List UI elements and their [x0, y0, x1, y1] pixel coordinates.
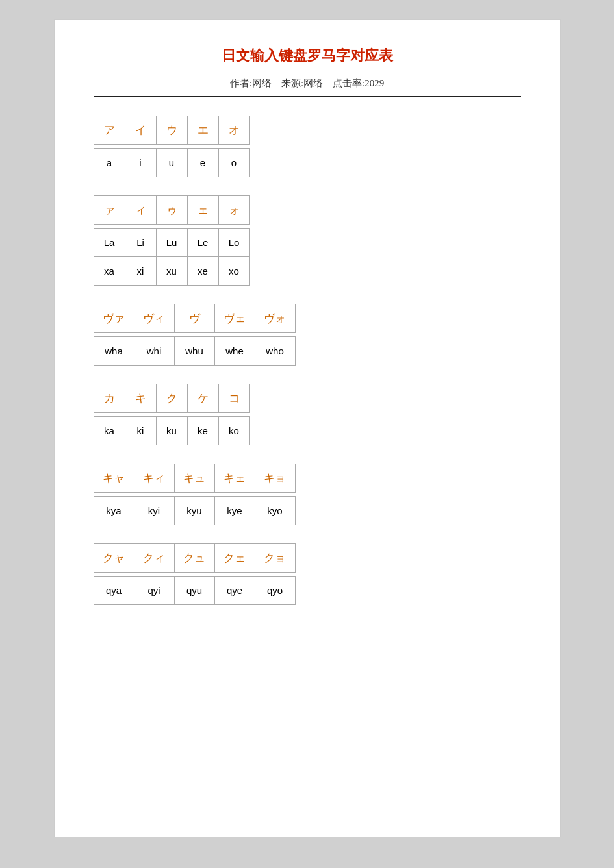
- kana-cell: コ: [218, 384, 249, 413]
- kana-table-section6: クャクィクュクェクョqyaqyiqyuqyeqyo: [94, 543, 296, 605]
- romaji-cell: Lu: [156, 229, 187, 257]
- romaji-cell: who: [255, 337, 295, 366]
- kana-cell: ケ: [187, 384, 218, 413]
- romaji-cell: i: [125, 149, 156, 177]
- romaji-cell: o: [218, 149, 249, 177]
- kana-section-section6: クャクィクュクェクョqyaqyiqyuqyeqyo: [94, 543, 521, 605]
- kana-cell: クュ: [174, 544, 214, 573]
- romaji-cell: qya: [94, 577, 134, 605]
- romaji-cell: qye: [214, 577, 255, 605]
- romaji-cell: qyi: [134, 577, 174, 605]
- kana-cell: ゥ: [156, 196, 187, 225]
- romaji-cell: whi: [134, 337, 174, 366]
- romaji-cell: Lo: [218, 229, 249, 257]
- kana-cell: キェ: [214, 464, 255, 493]
- kana-cell: ウ: [156, 116, 187, 145]
- meta-author: 作者:网络: [230, 78, 272, 88]
- kana-cell: クェ: [214, 544, 255, 573]
- kana-cell: カ: [94, 384, 125, 413]
- page-meta: 作者:网络 来源:网络 点击率:2029: [94, 77, 521, 90]
- kana-cell: ァ: [94, 196, 125, 225]
- kana-table-section3: ヴァヴィヴヴェヴォwhawhiwhuwhewho: [94, 304, 296, 366]
- page-container: 日文输入键盘罗马字对应表 作者:网络 来源:网络 点击率:2029 アイウエオa…: [54, 19, 561, 837]
- romaji-cell: e: [187, 149, 218, 177]
- kana-cell: ヴィ: [134, 304, 174, 333]
- romaji-cell: kya: [94, 497, 134, 525]
- romaji-cell: ko: [218, 417, 249, 445]
- romaji-cell: a: [94, 149, 125, 177]
- kana-cell: ヴァ: [94, 304, 134, 333]
- romaji-cell: ki: [125, 417, 156, 445]
- kana-cell: クャ: [94, 544, 134, 573]
- romaji-cell: kyi: [134, 497, 174, 525]
- kana-section-section3: ヴァヴィヴヴェヴォwhawhiwhuwhewho: [94, 304, 521, 366]
- romaji-cell: whu: [174, 337, 214, 366]
- page-title: 日文输入键盘罗马字对应表: [94, 46, 521, 66]
- kana-cell: ヴォ: [255, 304, 295, 333]
- kana-cell: ヴェ: [214, 304, 255, 333]
- kana-table-section1: アイウエオaiueo: [94, 116, 250, 177]
- romaji-cell: xe: [187, 257, 218, 286]
- romaji-cell: qyu: [174, 577, 214, 605]
- romaji-cell: ka: [94, 417, 125, 445]
- romaji-cell: xu: [156, 257, 187, 286]
- kana-cell: キョ: [255, 464, 295, 493]
- kana-cell: クョ: [255, 544, 295, 573]
- kana-section-section4: カキクケコkakikukeko: [94, 384, 521, 445]
- kana-cell: キャ: [94, 464, 134, 493]
- kana-cell: ク: [156, 384, 187, 413]
- romaji-cell: ku: [156, 417, 187, 445]
- romaji-cell: qyo: [255, 577, 295, 605]
- kana-section-section5: キャキィキュキェキョkyakyikyukyekyo: [94, 464, 521, 525]
- sections-container: アイウエオaiueoァィゥェォLaLiLuLeLoxaxixuxexoヴァヴィヴ…: [94, 116, 521, 605]
- kana-cell: ォ: [218, 196, 249, 225]
- kana-cell: エ: [187, 116, 218, 145]
- romaji-cell: ke: [187, 417, 218, 445]
- kana-table-section4: カキクケコkakikukeko: [94, 384, 250, 445]
- romaji-cell: La: [94, 229, 125, 257]
- romaji-cell: wha: [94, 337, 134, 366]
- kana-section-section2: ァィゥェォLaLiLuLeLoxaxixuxexo: [94, 195, 521, 286]
- romaji-cell: kye: [214, 497, 255, 525]
- kana-cell: ヴ: [174, 304, 214, 333]
- romaji-cell: kyu: [174, 497, 214, 525]
- meta-hits: 点击率:2029: [333, 78, 384, 88]
- kana-table-section5: キャキィキュキェキョkyakyikyukyekyo: [94, 464, 296, 525]
- meta-source: 来源:网络: [281, 78, 323, 88]
- romaji-cell: xa: [94, 257, 125, 286]
- romaji-cell: xo: [218, 257, 249, 286]
- kana-cell: キュ: [174, 464, 214, 493]
- romaji-cell: u: [156, 149, 187, 177]
- kana-cell: オ: [218, 116, 249, 145]
- romaji-cell: kyo: [255, 497, 295, 525]
- kana-cell: ア: [94, 116, 125, 145]
- section-divider: [94, 96, 521, 97]
- romaji-cell: Le: [187, 229, 218, 257]
- kana-section-section1: アイウエオaiueo: [94, 116, 521, 177]
- kana-cell: キィ: [134, 464, 174, 493]
- kana-cell: ィ: [125, 196, 156, 225]
- romaji-cell: Li: [125, 229, 156, 257]
- kana-cell: ェ: [187, 196, 218, 225]
- kana-table-section2: ァィゥェォLaLiLuLeLoxaxixuxexo: [94, 195, 250, 286]
- kana-cell: クィ: [134, 544, 174, 573]
- romaji-cell: whe: [214, 337, 255, 366]
- kana-cell: イ: [125, 116, 156, 145]
- kana-cell: キ: [125, 384, 156, 413]
- romaji-cell: xi: [125, 257, 156, 286]
